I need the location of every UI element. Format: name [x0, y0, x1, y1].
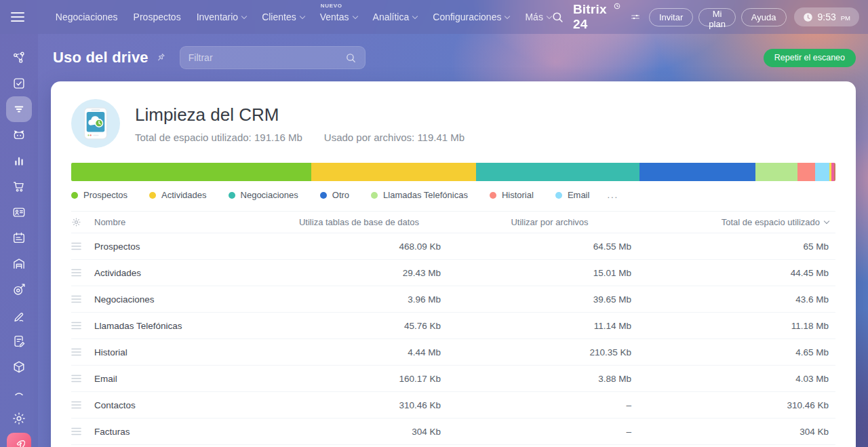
legend-label: Otro: [332, 190, 349, 200]
sidebar-item-crm[interactable]: [6, 96, 32, 122]
nav-new-badge: NUEVO: [321, 3, 342, 9]
bar-segment: [755, 163, 797, 181]
sidebar-item-marketing[interactable]: [6, 277, 32, 303]
nav-item[interactable]: Clientes: [262, 12, 304, 22]
sidebar-item-settings[interactable]: [6, 406, 32, 431]
drive-cloud-icon: [81, 106, 111, 141]
sidebar-item-market[interactable]: [7, 433, 31, 447]
grid-settings-button[interactable]: [71, 217, 94, 227]
rescan-button[interactable]: Repetir el escaneo: [764, 49, 856, 67]
drag-handle-icon[interactable]: [71, 401, 94, 409]
drag-handle-icon[interactable]: [71, 295, 94, 303]
legend-more[interactable]: ...: [607, 190, 618, 200]
table-row[interactable]: Email 160.17 Kb 3.88 Mb 4.03 Mb: [71, 366, 835, 392]
drag-handle-icon[interactable]: [71, 322, 94, 330]
sidebar-item-inventory[interactable]: [6, 354, 32, 380]
calendar-icon: [12, 231, 26, 246]
table-row[interactable]: Negociaciones 3.96 Mb 39.65 Mb 43.6 Mb: [71, 286, 835, 313]
row-name: Email: [94, 374, 264, 384]
drag-handle-icon[interactable]: [71, 242, 94, 250]
topbar-pill-button[interactable]: Invitar: [649, 8, 693, 26]
row-name: Contactos: [94, 400, 264, 410]
topbar-pills: Invitar Mi plan Ayuda: [649, 8, 787, 26]
legend-row: Prospectos Actividades Negociaciones Otr…: [71, 190, 835, 200]
sidebar-item-copilot[interactable]: [6, 122, 32, 148]
row-files-value: –: [454, 400, 645, 410]
drive-usage-card: Limpieza del CRM Total de espacio utiliz…: [51, 81, 856, 447]
time-widget[interactable]: 9:53 PM: [794, 7, 860, 26]
global-search-button[interactable]: [551, 11, 564, 24]
legend-label: Prospectos: [83, 190, 127, 200]
nav-item[interactable]: Analítica: [373, 12, 418, 22]
nav-item-label: Prospectos: [134, 12, 181, 22]
nav-item[interactable]: Configuraciones: [433, 12, 509, 22]
table-row[interactable]: Actividades 29.43 Mb 15.01 Mb 44.45 Mb: [71, 260, 835, 286]
topbar-pill-button[interactable]: Ayuda: [741, 8, 787, 26]
chevron-down-icon: [547, 13, 552, 18]
sidebar-item-analytics[interactable]: [6, 148, 32, 174]
nav-item[interactable]: Más: [525, 12, 551, 22]
row-db-value: 468.09 Kb: [264, 241, 454, 252]
filter-search-icon[interactable]: [345, 52, 357, 64]
table-row[interactable]: Llamadas Telefónicas 45.76 Kb 11.14 Mb 1…: [71, 313, 835, 339]
table-row[interactable]: Contactos 310.46 Kb – 310.46 Kb: [71, 392, 835, 419]
topbar-pill-button[interactable]: Mi plan: [698, 8, 736, 26]
drag-handle-icon[interactable]: [71, 427, 94, 435]
warehouse-icon: [12, 256, 26, 271]
shopping-cart-icon: [12, 179, 26, 194]
sidebar-item-share-network[interactable]: [6, 45, 32, 71]
sidebar-item-calendar[interactable]: [6, 225, 32, 251]
sidebar-item-warehouse[interactable]: [6, 251, 32, 277]
logo-text: Bitrix 24: [573, 2, 612, 32]
chevron-down-icon: [505, 13, 510, 18]
nav-item[interactable]: NUEVO Ventas: [320, 12, 357, 22]
drag-handle-icon[interactable]: [71, 269, 94, 277]
drag-handle-icon[interactable]: [71, 374, 94, 383]
table-row[interactable]: Historial 4.44 Mb 210.35 Kb 4.65 Mb: [71, 339, 835, 366]
nav-item[interactable]: Inventario: [197, 12, 246, 22]
row-files-value: 39.65 Mb: [454, 294, 645, 305]
nav-item[interactable]: Prospectos: [134, 12, 181, 22]
logo[interactable]: Bitrix 24: [573, 2, 620, 32]
settings-gear-icon: [12, 411, 26, 426]
row-name: Facturas: [94, 427, 264, 437]
legend-dot-icon: [229, 192, 235, 199]
row-total-value: 4.03 Mb: [645, 374, 835, 384]
row-db-value: 3.96 Mb: [264, 294, 454, 305]
pin-button[interactable]: [155, 52, 166, 63]
sidebar-item-sign[interactable]: [6, 303, 32, 328]
filter-box[interactable]: [180, 46, 366, 69]
filter-input[interactable]: [189, 52, 345, 63]
market-rocket-icon: [12, 438, 26, 447]
row-files-value: 64.55 Mb: [454, 241, 645, 252]
header-total-sort[interactable]: Total de espacio utilizado: [645, 217, 835, 227]
usage-stacked-bar: [71, 163, 835, 181]
nav-item-label: Analítica: [373, 12, 410, 22]
row-db-value: 310.46 Kb: [264, 400, 454, 410]
sidebar-item-more[interactable]: [6, 380, 32, 406]
share-network-icon: [12, 50, 26, 65]
sidebar-item-contact-center[interactable]: [6, 199, 32, 225]
table-row[interactable]: Facturas 304 Kb – 304 Kb: [71, 419, 835, 445]
row-files-value: 15.01 Mb: [454, 268, 645, 278]
row-files-value: 210.35 Kb: [454, 347, 645, 357]
header-name: Nombre: [94, 217, 264, 227]
sidebar-item-documents[interactable]: [6, 328, 32, 354]
menu-button[interactable]: [0, 12, 35, 22]
sidebar-item-tasks[interactable]: [6, 71, 32, 96]
row-files-value: 3.88 Mb: [454, 374, 645, 384]
drag-handle-icon[interactable]: [71, 348, 94, 356]
table-row[interactable]: Prospectos 468.09 Kb 64.55 Mb 65 Mb: [71, 233, 835, 260]
time-period: PM: [841, 14, 850, 22]
row-db-value: 29.43 Mb: [264, 268, 454, 278]
nav-item-label: Más: [525, 12, 542, 22]
row-name: Historial: [94, 347, 264, 357]
sliders-button[interactable]: [629, 12, 642, 22]
legend-label: Actividades: [161, 190, 206, 200]
nav-item[interactable]: Negociaciones: [56, 12, 118, 22]
topbar: Negociaciones Prospectos Inventario Clie…: [0, 0, 868, 34]
crm-filter-icon: [12, 102, 26, 117]
sidebar-item-sales[interactable]: [6, 174, 32, 199]
legend-item: Otro: [320, 190, 349, 200]
bar-segment: [476, 163, 639, 181]
